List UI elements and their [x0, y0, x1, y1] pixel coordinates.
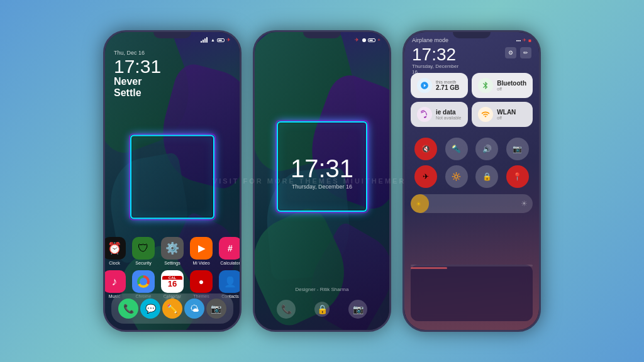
phone-homescreen: ▲ ✈ Thu, Dec 16 17:31 Never Settle ⏰ Clo… — [103, 30, 242, 332]
cc-lock-btn[interactable]: 🔒 — [475, 165, 498, 188]
cc-mobile-icon — [417, 107, 432, 122]
cc-quick-row-2: ✈ 🔆 🔒 📍 — [411, 165, 533, 188]
dock-weather[interactable]: 🌤 — [184, 299, 204, 319]
cc-edit-icon[interactable]: ✏ — [520, 47, 531, 58]
cc-bluetooth-tile[interactable]: Bluetooth off — [472, 73, 533, 98]
cc-brightness-btn[interactable]: 🔆 — [445, 165, 468, 188]
cc-wifi-icon — [478, 107, 493, 122]
cc-status-icons: ▪▪▪ ✈ ■ — [516, 38, 531, 43]
cc-mobile-data-text: ie data Not available — [436, 109, 461, 120]
cc-time-display: 17:32 — [412, 46, 458, 63]
dock-phone[interactable]: 📞 — [118, 299, 138, 319]
designer-credit: Designer - Ritik Sharma — [255, 287, 389, 292]
cc-media-seek — [411, 265, 533, 266]
cc-mute-btn[interactable]: 🔇 — [414, 138, 437, 160]
cc-data-tile[interactable]: this month 2.71 GB — [411, 73, 468, 98]
lock-battery — [368, 38, 375, 42]
neon-frame — [131, 136, 213, 218]
cc-media-progress — [411, 267, 447, 269]
cc-tiles-grid: this month 2.71 GB Bluetooth off ie data… — [411, 73, 533, 127]
cc-location-btn[interactable]: 📍 — [506, 165, 529, 188]
cc-airplane-icon: ✈ — [523, 38, 526, 43]
cc-close-icon: ■ — [528, 38, 531, 43]
cc-quick-row-1: 🔇 🔦 🔊 📷 — [411, 138, 533, 160]
cc-wlan-text: WLAN off — [497, 109, 516, 120]
brightness-high-icon: ☀ — [521, 199, 528, 208]
bottom-dock: 📞 💬 ✏️ 🌤 📷 — [111, 293, 233, 324]
cc-airplane-btn[interactable]: ✈ — [414, 165, 437, 188]
cc-torch-btn[interactable]: 🔦 — [445, 138, 468, 160]
time-widget: Thu, Dec 16 17:31 Never Settle — [114, 50, 161, 98]
home-time: 17:31 — [114, 57, 161, 76]
cc-time-widget: 17:32 Thursday, December 16 — [412, 46, 458, 75]
lock-time-widget: 17:31 Thursday, December 16 — [291, 156, 353, 190]
phone-lockscreen: 17:31 ✈ + 17:31 Thursday, December 16 De… — [253, 30, 391, 332]
app-settings[interactable]: ⚙️ Settings — [161, 237, 184, 265]
app-row-1: ⏰ Clock 🛡 Security ⚙️ Settings ▶ Mi Vide… — [103, 237, 242, 265]
cc-brightness-slider[interactable]: ☀ ☀ — [411, 194, 533, 213]
cc-wlan-tile[interactable]: WLAN off — [472, 102, 533, 127]
cc-media-card — [411, 265, 533, 321]
lock-lock-icon[interactable]: 🔒 — [314, 302, 330, 317]
lock-bottom-bar: 📞 🔒 📷 — [255, 300, 389, 319]
lock-plus-icon: + — [377, 37, 380, 43]
battery-icon — [217, 38, 225, 42]
cc-volume-btn[interactable]: 🔊 — [475, 138, 498, 160]
app-security[interactable]: 🛡 Security — [132, 237, 155, 265]
home-motto: Never Settle — [114, 76, 161, 98]
cc-date-line1: Thursday, December — [412, 63, 458, 69]
status-icons: ▲ ✈ — [201, 37, 231, 43]
cc-battery-icon: ▪▪▪ — [516, 38, 521, 43]
cc-settings-icon[interactable]: ⚙ — [505, 47, 516, 58]
dock-messages[interactable]: 💬 — [140, 299, 160, 319]
cc-mobile-data-tile[interactable]: ie data Not available — [411, 102, 468, 127]
signal-icon — [201, 37, 208, 43]
cc-bluetooth-icon — [478, 78, 493, 93]
brightness-icons: ☀ ☀ — [416, 194, 528, 213]
cc-bluetooth-text: Bluetooth off — [497, 80, 526, 91]
cc-camera-btn[interactable]: 📷 — [506, 138, 529, 160]
phone-control-center: Airplane mode ▪▪▪ ✈ ■ 17:32 Thursday, De… — [402, 30, 541, 332]
lock-time-display: 17:31 — [291, 156, 353, 181]
lock-date-display: Thursday, December 16 — [291, 184, 353, 190]
brightness-track: ☀ ☀ — [411, 194, 533, 213]
cc-data-text: this month 2.71 GB — [436, 80, 459, 91]
airplane-icon: ✈ — [226, 37, 231, 43]
dock-camera[interactable]: 📷 — [206, 299, 226, 319]
cc-header: Airplane mode ▪▪▪ ✈ ■ — [412, 37, 531, 43]
app-calculator[interactable]: # Calculator — [219, 237, 242, 265]
lock-airplane-icon: ✈ — [355, 37, 359, 43]
brightness-low-icon: ☀ — [416, 200, 421, 207]
cc-edit-buttons: ⚙ ✏ — [505, 47, 531, 58]
neon-frame-inner — [129, 134, 216, 221]
status-bar-1: ▲ ✈ — [105, 37, 240, 43]
lock-camera-icon[interactable]: 📷 — [348, 300, 367, 319]
app-dock: ⏰ Clock 🛡 Security ⚙️ Settings ▶ Mi Vide… — [105, 237, 240, 299]
app-mivideo[interactable]: ▶ Mi Video — [190, 237, 213, 265]
status-icons-2: ✈ + — [355, 37, 380, 43]
wifi-icon: ▲ — [211, 38, 215, 42]
app-clock[interactable]: ⏰ Clock — [103, 237, 126, 265]
home-date: Thu, Dec 16 — [114, 50, 161, 56]
lock-phone-icon[interactable]: 📞 — [277, 300, 296, 319]
status-bar-2: 17:31 ✈ + — [255, 37, 389, 43]
airplane-mode-label: Airplane mode — [412, 37, 448, 43]
lock-signal-dot — [362, 38, 366, 42]
dock-notes[interactable]: ✏️ — [162, 299, 182, 319]
cc-data-icon — [417, 78, 432, 93]
